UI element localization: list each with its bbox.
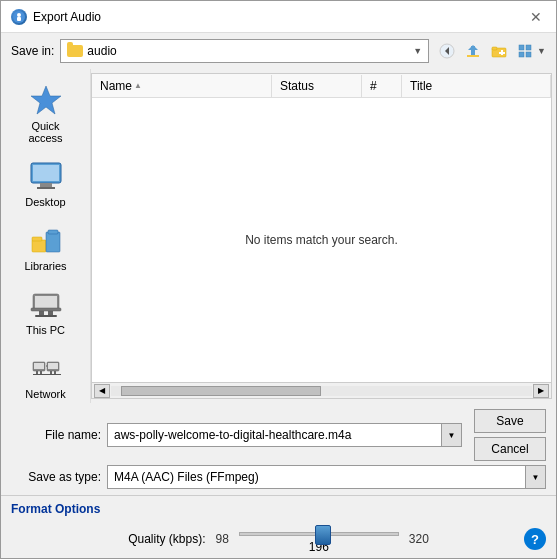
svg-rect-35 bbox=[40, 371, 42, 374]
file-name-label: File name: bbox=[11, 428, 101, 442]
bottom-form: File name: ▼ Save Cancel Save as type: ▼ bbox=[1, 403, 556, 495]
svg-rect-24 bbox=[46, 232, 60, 252]
form-buttons: Save Cancel bbox=[474, 409, 546, 461]
svg-rect-2 bbox=[17, 17, 21, 21]
format-section: Format Options Quality (kbps): 98 196 32… bbox=[1, 495, 556, 558]
file-name-row: File name: ▼ Save Cancel bbox=[11, 409, 546, 461]
current-folder: audio bbox=[87, 44, 116, 58]
dialog-title: Export Audio bbox=[33, 10, 101, 24]
cancel-button[interactable]: Cancel bbox=[474, 437, 546, 461]
sort-arrow: ▲ bbox=[134, 81, 142, 90]
sidebar-item-network[interactable]: Network bbox=[6, 345, 86, 403]
svg-rect-30 bbox=[35, 315, 57, 317]
title-bar-left: Export Audio bbox=[11, 9, 101, 25]
horizontal-scrollbar[interactable]: ◀ ▶ bbox=[92, 382, 551, 398]
col-header-name[interactable]: Name ▲ bbox=[92, 75, 272, 97]
sidebar-item-desktop[interactable]: Desktop bbox=[6, 153, 86, 213]
back-button[interactable] bbox=[435, 39, 459, 63]
col-header-hash[interactable]: # bbox=[362, 75, 402, 97]
col-header-status[interactable]: Status bbox=[272, 75, 362, 97]
export-audio-dialog: Export Audio ✕ Save in: audio ▼ bbox=[0, 0, 557, 559]
dialog-icon bbox=[11, 9, 27, 25]
svg-marker-17 bbox=[31, 86, 61, 114]
up-button[interactable] bbox=[461, 39, 485, 63]
quality-slider-thumb[interactable] bbox=[315, 525, 331, 545]
quality-slider-track[interactable] bbox=[239, 532, 399, 536]
svg-rect-23 bbox=[32, 237, 42, 241]
save-as-label: Save as type: bbox=[11, 470, 101, 484]
svg-rect-10 bbox=[492, 47, 497, 50]
svg-rect-15 bbox=[519, 52, 524, 57]
svg-rect-5 bbox=[467, 55, 479, 57]
file-name-input[interactable] bbox=[107, 423, 442, 447]
scroll-left-button[interactable]: ◀ bbox=[94, 384, 110, 398]
svg-rect-14 bbox=[526, 45, 531, 50]
scroll-right-button[interactable]: ▶ bbox=[533, 384, 549, 398]
close-button[interactable]: ✕ bbox=[526, 7, 546, 27]
toolbar-buttons: ▼ bbox=[435, 39, 546, 63]
save-as-arrow[interactable]: ▼ bbox=[526, 465, 546, 489]
svg-rect-21 bbox=[37, 187, 55, 189]
quality-row: Quality (kbps): 98 196 320 bbox=[11, 524, 546, 554]
file-list-body: No items match your search. bbox=[92, 98, 551, 382]
svg-rect-36 bbox=[33, 374, 47, 375]
new-folder-button[interactable] bbox=[487, 39, 511, 63]
view-dropdown-arrow: ▼ bbox=[537, 46, 546, 56]
quality-label: Quality (kbps): bbox=[128, 532, 205, 546]
svg-marker-7 bbox=[468, 45, 478, 50]
svg-rect-38 bbox=[48, 363, 58, 369]
quick-access-icon bbox=[26, 82, 66, 118]
empty-message: No items match your search. bbox=[245, 233, 398, 247]
svg-rect-22 bbox=[32, 240, 46, 252]
save-in-combo[interactable]: audio ▼ bbox=[60, 39, 429, 63]
scroll-track[interactable] bbox=[111, 386, 532, 396]
sidebar-item-this-pc[interactable]: This PC bbox=[6, 281, 86, 341]
main-content: Quick access Desktop bbox=[1, 69, 556, 403]
svg-rect-39 bbox=[50, 371, 52, 374]
file-list-header: Name ▲ Status # Title bbox=[92, 74, 551, 98]
svg-rect-16 bbox=[526, 52, 531, 57]
col-header-title[interactable]: Title bbox=[402, 75, 551, 97]
svg-point-1 bbox=[17, 13, 21, 17]
title-bar: Export Audio ✕ bbox=[1, 1, 556, 33]
save-as-row: Save as type: ▼ bbox=[11, 465, 546, 489]
folder-icon bbox=[67, 45, 83, 57]
svg-rect-33 bbox=[34, 363, 44, 369]
network-icon bbox=[26, 350, 66, 386]
save-in-label: Save in: bbox=[11, 44, 54, 58]
scroll-thumb[interactable] bbox=[121, 386, 321, 396]
svg-rect-41 bbox=[47, 374, 61, 375]
quality-slider-container: 196 bbox=[239, 524, 399, 554]
svg-rect-40 bbox=[54, 371, 56, 374]
save-button[interactable]: Save bbox=[474, 409, 546, 433]
help-button[interactable]: ? bbox=[524, 528, 546, 550]
file-name-arrow[interactable]: ▼ bbox=[442, 423, 462, 447]
svg-rect-27 bbox=[35, 296, 57, 308]
sidebar-item-libraries[interactable]: Libraries bbox=[6, 217, 86, 277]
libraries-icon bbox=[26, 222, 66, 258]
sidebar: Quick access Desktop bbox=[1, 69, 91, 403]
sidebar-item-label: Network bbox=[25, 388, 65, 400]
svg-rect-25 bbox=[48, 230, 58, 234]
file-list-panel: Name ▲ Status # Title No items match you… bbox=[91, 73, 552, 399]
sidebar-item-label: Desktop bbox=[25, 196, 65, 208]
save-as-input[interactable] bbox=[107, 465, 526, 489]
svg-rect-31 bbox=[31, 308, 61, 311]
save-in-row: Save in: audio ▼ bbox=[1, 33, 556, 69]
quality-min: 98 bbox=[215, 532, 228, 546]
sidebar-item-label: Libraries bbox=[24, 260, 66, 272]
combo-arrow: ▼ bbox=[413, 46, 422, 56]
svg-rect-13 bbox=[519, 45, 524, 50]
svg-rect-34 bbox=[36, 371, 38, 374]
format-options-title: Format Options bbox=[11, 502, 546, 516]
sidebar-item-label: This PC bbox=[26, 324, 65, 336]
svg-rect-19 bbox=[33, 165, 59, 181]
desktop-icon bbox=[26, 158, 66, 194]
quality-max: 320 bbox=[409, 532, 429, 546]
sidebar-item-quick-access[interactable]: Quick access bbox=[6, 77, 86, 149]
view-button[interactable] bbox=[513, 39, 537, 63]
svg-rect-12 bbox=[499, 52, 505, 54]
sidebar-item-label: Quick access bbox=[15, 120, 77, 144]
this-pc-icon bbox=[26, 286, 66, 322]
svg-rect-20 bbox=[40, 183, 52, 187]
